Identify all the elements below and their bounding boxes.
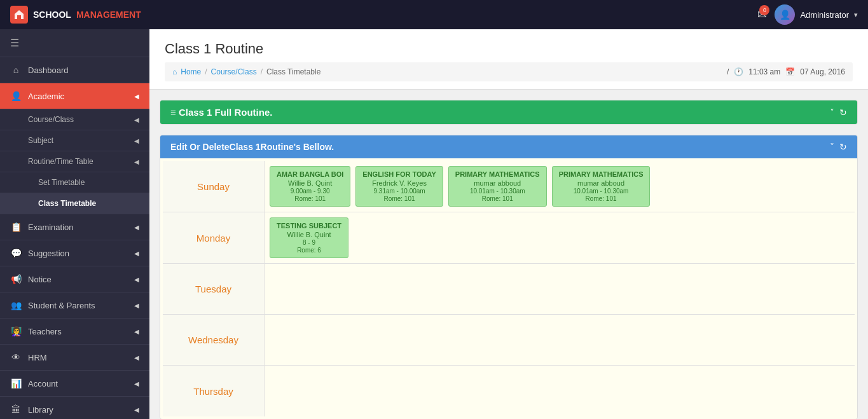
subject-room: Rome: 6 xyxy=(277,247,341,254)
home-icon: ⌂ xyxy=(172,67,177,76)
sidebar-item-hrm[interactable]: 👁 HRM ◀ xyxy=(0,345,149,371)
sidebar-item-suggestion[interactable]: 💬 Suggestion ◀ xyxy=(0,240,149,266)
library-icon: 🏛 xyxy=(10,404,22,415)
breadcrumb-date: 07 Aug, 2016 xyxy=(800,67,845,76)
timetable-container: Sunday AMAR BANGLA BOI Willie B. Quint 9… xyxy=(160,158,857,419)
subject-time: 8 - 9 xyxy=(277,239,341,246)
dashboard-icon: ⌂ xyxy=(10,65,22,75)
day-label-tuesday: Tuesday xyxy=(195,284,231,294)
day-cell-sunday: Sunday xyxy=(163,161,265,212)
teachers-chevron: ◀ xyxy=(134,328,139,335)
sidebar-item-dashboard[interactable]: ⌂ Dashboard xyxy=(0,57,149,83)
breadcrumb-sep-2: / xyxy=(261,67,263,76)
breadcrumb-time: 11:03 am xyxy=(748,67,780,76)
hrm-icon: 👁 xyxy=(10,352,22,362)
sidebar-item-academic[interactable]: 👤 Academic ◀ xyxy=(0,83,149,109)
sidebar-item-subject[interactable]: Subject ◀ xyxy=(0,130,149,151)
admin-label: Administrator xyxy=(800,10,849,20)
subject-name: ENGLISH FOR TODAY xyxy=(362,170,436,178)
sidebar-item-student-parents[interactable]: 👥 Student & Parents ◀ xyxy=(0,292,149,319)
examination-chevron: ◀ xyxy=(134,224,139,231)
sidebar-item-class-timetable[interactable]: Class Timetable xyxy=(0,193,149,214)
hamburger-button[interactable]: ☰ xyxy=(10,37,19,49)
edit-panel-actions: ˅ ↻ xyxy=(830,142,847,152)
subject-card[interactable]: PRIMARY MATHEMATICS mumar abboud 10.01am… xyxy=(448,166,547,207)
sidebar-label-library: Library xyxy=(28,405,128,415)
account-icon: 📊 xyxy=(10,378,22,388)
sidebar-item-library[interactable]: 🏛 Library ◀ xyxy=(0,397,149,419)
subject-teacher: Fredrick V. Keyes xyxy=(362,179,436,187)
subject-card[interactable]: Testing Subject Willie B. Quint 8 - 9 Ro… xyxy=(270,217,348,258)
logo-mgmt: MANAGEMENT xyxy=(76,10,141,20)
academic-chevron: ◀ xyxy=(134,93,139,100)
breadcrumb-course-class[interactable]: Course/Class xyxy=(211,67,257,76)
examination-icon: 📋 xyxy=(10,222,22,232)
subject-teacher: mumar abboud xyxy=(455,179,540,187)
subject-name: PRIMARY MATHEMATICS xyxy=(559,170,644,178)
subject-time: 10.01am - 10.30am xyxy=(559,188,644,195)
notification-badge: 0 xyxy=(759,5,769,15)
subject-teacher: mumar abboud xyxy=(559,179,644,187)
subject-card[interactable]: AMAR BANGLA BOI Willie B. Quint 9.00am -… xyxy=(270,166,350,207)
suggestion-icon: 💬 xyxy=(10,248,22,258)
hrm-chevron: ◀ xyxy=(134,354,139,361)
subject-teacher: Willie B. Quint xyxy=(277,179,343,187)
notification-button[interactable]: ✉ 0 xyxy=(757,8,767,22)
top-header: SCHOOL MANAGEMENT ✉ 0 👤 Administrator ▾ xyxy=(0,0,868,29)
avatar: 👤 xyxy=(775,4,795,25)
routine-panel-header: ≡ Class 1 Full Routine. ˅ ↻ xyxy=(160,100,857,124)
timetable-row-wednesday: Wednesday xyxy=(163,315,855,366)
day-cell-wednesday: Wednesday xyxy=(163,315,265,365)
breadcrumb-right: / 🕐 11:03 am 📅 07 Aug, 2016 xyxy=(727,67,845,76)
sidebar-toggle-area: ☰ xyxy=(0,29,149,57)
sidebar-item-teachers[interactable]: 👩‍🏫 Teachers ◀ xyxy=(0,319,149,345)
subject-time: 10.01am - 10.30am xyxy=(455,188,540,195)
subject-name: AMAR BANGLA BOI xyxy=(277,170,343,178)
library-chevron: ◀ xyxy=(134,406,139,413)
day-label-monday: Monday xyxy=(196,233,230,244)
sidebar-item-account[interactable]: 📊 Account ◀ xyxy=(0,371,149,397)
sidebar-label-teachers: Teachers xyxy=(28,327,128,336)
timetable-row-thursday: Thursday xyxy=(163,366,855,416)
sidebar-item-examination[interactable]: 📋 Examination ◀ xyxy=(0,214,149,240)
sidebar-label-class-timetable: Class Timetable xyxy=(38,199,96,208)
sidebar-item-routine-timetable[interactable]: Routine/Time Table ◀ xyxy=(0,151,149,172)
subject-card[interactable]: ENGLISH FOR TODAY Fredrick V. Keyes 9.31… xyxy=(355,166,443,207)
sidebar-label-hrm: HRM xyxy=(28,353,128,362)
day-cell-tuesday: Tuesday xyxy=(163,264,265,314)
subject-teacher: Willie B. Quint xyxy=(277,231,341,238)
sidebar-label-notice: Notice xyxy=(28,275,128,284)
breadcrumb-sep-1: / xyxy=(205,67,207,76)
logo-icon xyxy=(10,6,28,24)
subject-name: PRIMARY MATHEMATICS xyxy=(455,170,540,178)
day-cell-thursday: Thursday xyxy=(163,366,265,416)
sidebar-label-examination: Examination xyxy=(28,223,128,232)
edit-refresh-button[interactable]: ↻ xyxy=(839,142,847,152)
sidebar-label-student-parents: Student & Parents xyxy=(28,301,128,310)
sidebar-label-dashboard: Dashboard xyxy=(28,65,139,75)
sidebar-item-notice[interactable]: 📢 Notice ◀ xyxy=(0,266,149,292)
subject-card[interactable]: PRIMARY MATHEMATICS mumar abboud 10.01am… xyxy=(552,166,651,207)
edit-chevron-button[interactable]: ˅ xyxy=(830,142,834,152)
notice-chevron: ◀ xyxy=(134,276,139,283)
separator-pipe: / xyxy=(727,67,729,76)
sidebar-item-set-timetable[interactable]: Set Timetable xyxy=(0,172,149,193)
student-parents-chevron: ◀ xyxy=(134,302,139,309)
sidebar-label-set-timetable: Set Timetable xyxy=(38,178,85,187)
subjects-sunday: AMAR BANGLA BOI Willie B. Quint 9.00am -… xyxy=(265,161,855,212)
subject-time: 9.31am - 10.00am xyxy=(362,188,436,195)
sidebar-label-subject: Subject xyxy=(28,136,53,145)
timetable-row-monday: Monday Testing Subject Willie B. Quint 8… xyxy=(163,212,855,264)
page-header: Class 1 Routine ⌂ Home / Course/Class / … xyxy=(149,29,868,90)
routine-chevron-button[interactable]: ˅ xyxy=(830,107,834,118)
routine-panel: ≡ Class 1 Full Routine. ˅ ↻ xyxy=(160,100,858,125)
account-chevron: ◀ xyxy=(134,380,139,387)
subject-room: Rome: 101 xyxy=(362,195,436,202)
content-area: Class 1 Routine ⌂ Home / Course/Class / … xyxy=(149,29,868,419)
sidebar-item-course-class[interactable]: Course/Class ◀ xyxy=(0,109,149,130)
breadcrumb-home[interactable]: Home xyxy=(181,67,201,76)
routine-refresh-button[interactable]: ↻ xyxy=(839,107,847,118)
admin-menu[interactable]: 👤 Administrator ▾ xyxy=(775,4,858,25)
day-label-sunday: Sunday xyxy=(197,181,230,192)
sidebar-label-account: Account xyxy=(28,379,128,388)
